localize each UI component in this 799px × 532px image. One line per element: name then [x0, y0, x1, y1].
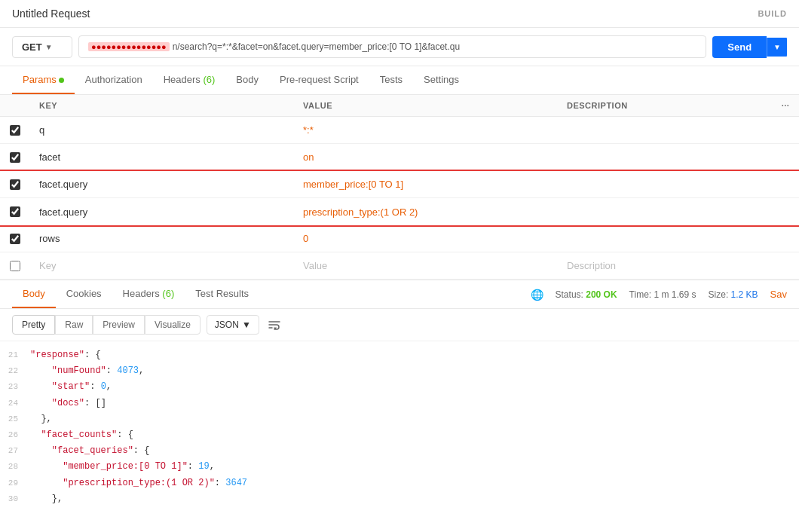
- row-checkbox[interactable]: [10, 261, 20, 271]
- format-tab-raw[interactable]: Raw: [55, 315, 93, 335]
- top-bar: Untitled Request BUILD: [0, 0, 799, 28]
- tab-response-cookies[interactable]: Cookies: [56, 280, 112, 308]
- tab-headers[interactable]: Headers (6): [153, 66, 226, 94]
- tab-settings[interactable]: Settings: [413, 66, 470, 94]
- tab-authorization[interactable]: Authorization: [75, 66, 153, 94]
- tab-response-headers[interactable]: Headers (6): [112, 280, 185, 308]
- row-checkbox[interactable]: [10, 152, 20, 163]
- url-visible: n/search?q=*:*&facet=on&facet.query=memb…: [173, 41, 460, 52]
- tab-tests[interactable]: Tests: [369, 66, 413, 94]
- row-desc[interactable]: [558, 180, 799, 189]
- checkbox-col-header: [0, 95, 30, 116]
- row-desc[interactable]: [558, 126, 799, 135]
- json-format-select[interactable]: JSON ▼: [207, 315, 259, 335]
- row-value[interactable]: member_price:[0 TO 1]: [294, 174, 558, 194]
- row-value[interactable]: *:*: [294, 120, 558, 140]
- params-badge: [59, 78, 64, 83]
- row-key[interactable]: facet: [30, 147, 294, 167]
- value-col-header: VALUE: [294, 95, 558, 116]
- code-line: 28 "member_price:[0 TO 1]": 19,: [0, 459, 799, 475]
- format-tab-preview[interactable]: Preview: [93, 315, 145, 335]
- more-options-header[interactable]: ···: [772, 95, 799, 116]
- code-line: 23 "start": 0,: [0, 379, 799, 395]
- response-tabs: Body Cookies Headers (6) Test Results 🌐 …: [0, 280, 799, 309]
- row-desc[interactable]: [558, 234, 799, 243]
- send-main-button[interactable]: Send: [712, 36, 767, 58]
- row-checkbox[interactable]: [10, 179, 20, 190]
- params-area: KEY VALUE DESCRIPTION ··· q *:* facet on: [0, 95, 799, 280]
- highlighted-rows-group: facet.query member_price:[0 TO 1] facet.…: [0, 171, 799, 225]
- code-line: 27 "facet_queries": {: [0, 443, 799, 459]
- table-row: facet.query prescription_type:(1 OR 2): [0, 198, 799, 225]
- url-input[interactable]: ●●●●●●●●●●●●●●● n/search?q=*:*&facet=on&…: [78, 35, 706, 58]
- row-key[interactable]: rows: [30, 228, 294, 249]
- code-area: 21 "response": { 22 "numFound": 4073, 23…: [0, 341, 799, 513]
- method-chevron-icon: ▼: [45, 43, 53, 51]
- row-key[interactable]: facet.query: [30, 202, 294, 222]
- response-status: 🌐 Status: 200 OK Time: 1 m 1.69 s Size: …: [531, 289, 787, 301]
- table-row: facet.query member_price:[0 TO 1]: [0, 171, 799, 198]
- tab-pre-request[interactable]: Pre-request Script: [269, 66, 369, 94]
- row-checkbox-cell: [0, 229, 30, 249]
- tab-params[interactable]: Params: [12, 66, 75, 94]
- format-tabs: Pretty Raw Preview Visualize: [12, 315, 201, 335]
- key-col-header: KEY: [30, 95, 294, 116]
- send-chevron-button[interactable]: ▼: [767, 38, 787, 57]
- row-value[interactable]: prescription_type:(1 OR 2): [294, 202, 558, 222]
- build-label: BUILD: [758, 9, 787, 18]
- row-checkbox[interactable]: [10, 234, 20, 244]
- row-value-placeholder[interactable]: Value: [294, 255, 558, 276]
- table-row: facet on: [0, 144, 799, 171]
- send-button-group: Send ▼: [712, 36, 787, 58]
- row-key-placeholder[interactable]: Key: [30, 255, 294, 276]
- tab-response-body[interactable]: Body: [12, 280, 56, 308]
- code-line: 24 "docs": []: [0, 396, 799, 411]
- row-value[interactable]: 0: [294, 228, 558, 249]
- format-tab-pretty[interactable]: Pretty: [12, 315, 55, 335]
- row-checkbox[interactable]: [10, 206, 20, 217]
- code-line: 22 "numFound": 4073,: [0, 363, 799, 379]
- row-checkbox-cell: [0, 148, 30, 167]
- row-checkbox[interactable]: [10, 125, 20, 136]
- row-checkbox-cell: [0, 175, 30, 194]
- code-line: 30 },: [0, 491, 799, 507]
- row-desc-placeholder[interactable]: Description: [558, 255, 799, 276]
- table-row: rows 0: [0, 225, 799, 252]
- code-line: 21 "response": {: [0, 347, 799, 363]
- row-checkbox-cell: [0, 121, 30, 140]
- url-masked: ●●●●●●●●●●●●●●●: [88, 42, 170, 51]
- row-desc[interactable]: [558, 153, 799, 162]
- format-tab-visualize[interactable]: Visualize: [145, 315, 201, 335]
- row-value[interactable]: on: [294, 147, 558, 167]
- method-select[interactable]: GET ▼: [12, 36, 72, 58]
- code-line: 29 "prescription_type:(1 OR 2)": 3647: [0, 475, 799, 491]
- status-label: Status: 200 OK: [556, 289, 617, 300]
- request-tabs: Params Authorization Headers (6) Body Pr…: [0, 66, 799, 95]
- save-button[interactable]: Sav: [770, 289, 787, 300]
- row-checkbox-cell: [0, 256, 30, 276]
- method-label: GET: [22, 41, 42, 53]
- code-line: 26 "facet_counts": {: [0, 427, 799, 443]
- tab-body[interactable]: Body: [225, 66, 269, 94]
- row-key[interactable]: q: [30, 120, 294, 140]
- json-chevron-icon: ▼: [242, 320, 251, 330]
- table-row: q *:*: [0, 117, 799, 144]
- globe-icon: 🌐: [531, 289, 543, 301]
- wrap-lines-icon[interactable]: [265, 316, 283, 334]
- desc-col-header: DESCRIPTION: [558, 95, 772, 116]
- time-label: Time: 1 m 1.69 s: [629, 289, 696, 300]
- tab-test-results[interactable]: Test Results: [185, 280, 259, 308]
- status-value: 200 OK: [586, 289, 617, 300]
- params-table-header: KEY VALUE DESCRIPTION ···: [0, 95, 799, 117]
- page-title: Untitled Request: [12, 8, 90, 20]
- code-line: 25 },: [0, 411, 799, 427]
- params-rows: q *:* facet on facet.query member_price:…: [0, 117, 799, 280]
- row-key[interactable]: facet.query: [30, 174, 294, 194]
- size-label: Size: 1.2 KB: [709, 289, 758, 300]
- url-bar: GET ▼ ●●●●●●●●●●●●●●● n/search?q=*:*&fac…: [0, 28, 799, 66]
- table-row-empty: Key Value Description: [0, 252, 799, 280]
- row-desc[interactable]: [558, 207, 799, 216]
- format-toolbar: Pretty Raw Preview Visualize JSON ▼: [0, 309, 799, 341]
- row-checkbox-cell: [0, 202, 30, 222]
